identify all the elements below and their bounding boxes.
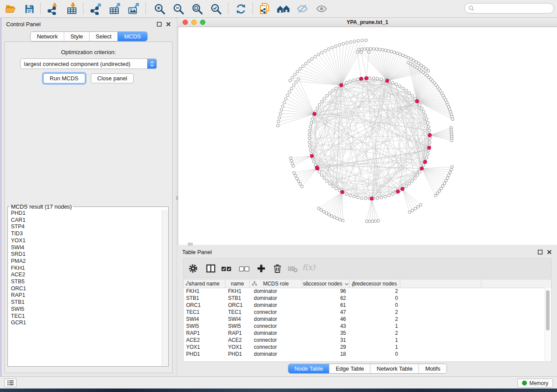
tab-node-table[interactable]: Node Table xyxy=(288,364,329,373)
mcds-result-item[interactable]: TID3 xyxy=(8,230,162,237)
cell-shared-name: ORC1 xyxy=(183,302,225,309)
table-row[interactable]: PHD1PHD1dominator180 xyxy=(183,351,545,358)
table-scrollbar-thumb[interactable] xyxy=(546,290,550,330)
cell-shared-name: YOX1 xyxy=(183,344,225,351)
zoom-selected-icon xyxy=(210,3,222,15)
float-panel-icon[interactable] xyxy=(538,250,543,254)
search-box[interactable] xyxy=(464,3,554,14)
mcds-list-scrollbar[interactable] xyxy=(162,210,168,366)
search-input[interactable] xyxy=(477,5,554,12)
table-row[interactable]: FKH1FKH1dominator962 xyxy=(183,288,545,295)
two-houses-icon xyxy=(277,3,291,14)
cell-mcds-role: connector xyxy=(250,337,302,344)
mcds-result-item[interactable]: STP4 xyxy=(8,224,162,230)
tab-motifs[interactable]: Motifs xyxy=(419,364,446,373)
minimize-window-icon[interactable] xyxy=(191,20,197,25)
mcds-result-item[interactable]: SRD1 xyxy=(8,251,162,258)
create-column-button[interactable] xyxy=(255,262,268,275)
mcds-result-item[interactable]: SWI4 xyxy=(8,244,162,251)
delete-column-button[interactable] xyxy=(271,262,284,275)
table-row[interactable]: ORC1ORC1dominator610 xyxy=(183,302,545,309)
export-network-button[interactable] xyxy=(88,2,103,16)
mcds-result-group: MCDS result (17 nodes) PHD1CAR1STP4TID3Y… xyxy=(7,203,169,367)
import-table-button[interactable] xyxy=(65,2,80,16)
close-panel-button[interactable]: Close panel xyxy=(91,73,134,83)
column-header-predecessor-nodes[interactable]: predecessor nodes xyxy=(349,279,400,288)
float-panel-icon[interactable] xyxy=(157,22,162,27)
show-task-history-button[interactable] xyxy=(4,378,17,387)
column-header-successor-nodes[interactable]: successor nodes xyxy=(302,279,349,288)
table-row[interactable]: ACE2ACE2connector311 xyxy=(183,337,545,344)
mcds-result-item[interactable]: ACE2 xyxy=(8,272,162,279)
table-toolbar: f(x) xyxy=(183,258,552,278)
table-row[interactable]: STB1STB1dominator620 xyxy=(183,295,545,302)
search-icon xyxy=(468,5,474,11)
table-scrollbar[interactable] xyxy=(545,288,551,361)
close-panel-icon[interactable] xyxy=(166,22,171,27)
memory-label: Memory xyxy=(529,380,548,386)
open-file-button[interactable] xyxy=(3,2,18,16)
optimization-criterion-select[interactable]: largest connected component (undirected) xyxy=(20,58,157,69)
zoom-in-button[interactable] xyxy=(152,2,167,16)
zoom-out-button[interactable] xyxy=(171,2,186,16)
network-window-titlebar[interactable]: YPA_prune.txt_1 xyxy=(178,18,557,27)
tab-network[interactable]: Network xyxy=(31,32,64,41)
tab-network-table[interactable]: Network Table xyxy=(370,364,419,373)
table-header: shared namenameMCDS rolesuccessor nodesp… xyxy=(183,279,551,288)
table-row[interactable]: SWI5SWI5connector431 xyxy=(183,323,545,330)
mcds-result-item[interactable]: RAP1 xyxy=(8,292,162,299)
cell-predecessor-nodes: 1 xyxy=(349,344,400,351)
save-session-button[interactable] xyxy=(22,2,37,16)
mcds-result-item[interactable]: ORC1 xyxy=(8,285,162,292)
mcds-result-item[interactable]: TEC1 xyxy=(8,313,162,320)
export-table-button[interactable] xyxy=(107,2,122,16)
zoom-selected-button[interactable] xyxy=(208,2,223,16)
table-row[interactable]: YOX1YOX1connector291 xyxy=(183,344,545,351)
table-row[interactable]: TEC1TEC1connector472 xyxy=(183,309,545,316)
zoom-fit-button[interactable] xyxy=(190,2,204,16)
mcds-result-item[interactable]: STB5 xyxy=(8,279,162,285)
mcds-result-item[interactable]: YOX1 xyxy=(8,237,162,244)
table-row[interactable]: RAP1RAP1dominator352 xyxy=(183,330,545,337)
close-window-icon[interactable] xyxy=(183,20,188,25)
unselect-all-button[interactable] xyxy=(238,262,251,275)
select-all-button[interactable] xyxy=(220,262,233,275)
column-header-mcds-role[interactable]: MCDS role xyxy=(250,279,302,288)
tab-style[interactable]: Style xyxy=(64,32,89,41)
cell-shared-name: SWI4 xyxy=(183,316,225,323)
checked-boxes-icon xyxy=(221,263,232,274)
mcds-result-item[interactable]: FKH1 xyxy=(8,265,162,272)
show-panel-button[interactable] xyxy=(314,2,329,16)
mcds-result-item[interactable]: CAR1 xyxy=(8,217,162,224)
node-table: shared namenameMCDS rolesuccessor nodesp… xyxy=(183,279,552,362)
delete-table-button[interactable] xyxy=(287,262,300,275)
memory-button[interactable]: Memory xyxy=(517,378,553,388)
tab-select[interactable]: Select xyxy=(89,32,118,41)
cell-mcds-role: connector xyxy=(250,323,302,330)
control-panel: Control Panel NetworkStyleSelectMCDS Opt… xyxy=(2,18,176,376)
mcds-result-item[interactable]: SWI5 xyxy=(8,306,162,313)
export-image-button[interactable] xyxy=(126,2,141,16)
mcds-result-item[interactable]: GCR1 xyxy=(8,320,162,327)
import-network-button[interactable] xyxy=(45,2,60,16)
tab-mcds[interactable]: MCDS xyxy=(118,32,147,41)
close-panel-icon[interactable] xyxy=(547,250,552,254)
mcds-result-item[interactable]: PMA2 xyxy=(8,258,162,265)
tab-edge-table[interactable]: Edge Table xyxy=(329,364,370,373)
refresh-view-button[interactable] xyxy=(233,2,248,16)
maximize-window-icon[interactable] xyxy=(200,20,205,25)
table-row[interactable]: SWI4SWI4dominator462 xyxy=(183,316,545,323)
network-canvas[interactable] xyxy=(178,27,557,245)
function-builder-button[interactable]: f(x) xyxy=(302,263,315,272)
status-bar: Memory xyxy=(0,376,557,389)
show-columns-button[interactable] xyxy=(204,262,217,275)
run-mcds-button[interactable]: Run MCDS xyxy=(43,73,85,83)
column-header-shared-name[interactable]: shared name xyxy=(183,279,225,288)
mcds-result-item[interactable]: PHD1 xyxy=(8,210,162,217)
mcds-result-item[interactable]: STB1 xyxy=(8,299,162,306)
table-settings-button[interactable] xyxy=(187,262,200,275)
hide-panel-button[interactable] xyxy=(295,2,310,16)
duplicate-network-button[interactable] xyxy=(257,2,272,16)
first-neighbors-button[interactable] xyxy=(276,2,291,16)
column-header-name[interactable]: name xyxy=(225,279,250,288)
